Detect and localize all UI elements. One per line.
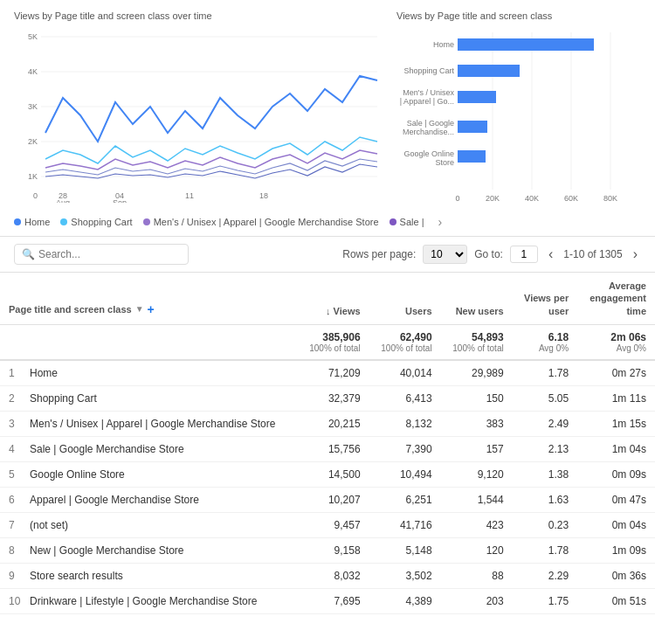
cell-views-0: 71,209 — [298, 360, 369, 386]
legend-item-home: Home — [14, 217, 50, 227]
svg-rect-29 — [458, 65, 520, 77]
table-toolbar: 🔍 Rows per page: 10 25 50 100 Go to: ‹ 1… — [0, 237, 655, 273]
svg-text:Shopping Cart: Shopping Cart — [403, 66, 454, 75]
col-header-new-users: New users — [441, 273, 513, 324]
cell-page-1: 2Shopping Cart — [0, 385, 298, 411]
cell-users-6: 41,716 — [369, 512, 441, 537]
legend-chevron-right[interactable]: › — [438, 215, 443, 229]
cell-page-7: 8New | Google Merchandise Store — [0, 537, 298, 563]
legend-dot-home — [14, 218, 21, 225]
svg-rect-32 — [458, 91, 496, 103]
bar-chart-title: Views by Page title and screen class — [396, 10, 641, 21]
svg-text:11: 11 — [185, 191, 194, 200]
chart-legend: Home Shopping Cart Men's / Unisex | Appa… — [0, 210, 655, 237]
svg-text:Sale | Google: Sale | Google — [407, 119, 454, 128]
table-row: 6Apparel | Google Merchandise Store 10,2… — [0, 487, 655, 512]
legend-dot-cart — [60, 218, 67, 225]
cell-views-4: 14,500 — [298, 461, 369, 487]
totals-vpu: 6.18 Avg 0% — [513, 324, 578, 360]
svg-rect-27 — [458, 38, 594, 51]
cell-views-6: 9,457 — [298, 512, 369, 537]
line-chart: 5K 4K 3K 2K 1K 0 28 Aug 04 Sep 11 18 — [14, 28, 383, 203]
svg-text:80K: 80K — [603, 194, 617, 203]
svg-text:Google Online: Google Online — [403, 149, 454, 158]
col-header-avg-engagement: Averageengagementtime — [577, 273, 655, 324]
cell-aet-8: 0m 36s — [577, 563, 655, 588]
table-row: 7(not set) 9,457 41,716 423 0.23 0m 04s — [0, 512, 655, 537]
legend-item-sale: Sale | — [390, 217, 424, 227]
search-input[interactable] — [38, 248, 181, 260]
cell-users-7: 5,148 — [369, 537, 441, 563]
col-header-users: Users — [369, 273, 441, 324]
cell-new-users-8: 88 — [441, 563, 513, 588]
rows-per-page-select[interactable]: 10 25 50 100 — [423, 245, 467, 264]
cell-vpu-4: 1.38 — [513, 461, 578, 487]
page-info: 1-10 of 1305 — [563, 248, 622, 260]
svg-text:0: 0 — [33, 191, 38, 200]
svg-text:Merchandise...: Merchandise... — [403, 128, 454, 136]
table-row: 1Home 71,209 40,014 29,989 1.78 0m 27s — [0, 360, 655, 386]
totals-aet: 2m 06s Avg 0% — [577, 324, 655, 360]
cell-users-5: 6,251 — [369, 487, 441, 512]
svg-rect-35 — [458, 121, 487, 133]
svg-text:40K: 40K — [525, 194, 539, 203]
svg-text:60K: 60K — [564, 194, 578, 203]
cell-new-users-0: 29,989 — [441, 360, 513, 386]
cell-page-2: 3Men's / Unisex | Apparel | Google Merch… — [0, 411, 298, 436]
cell-users-3: 7,390 — [369, 436, 441, 461]
cell-views-1: 32,379 — [298, 385, 369, 411]
svg-text:0: 0 — [455, 194, 459, 203]
cell-vpu-9: 1.75 — [513, 588, 578, 613]
cell-views-3: 15,756 — [298, 436, 369, 461]
svg-rect-38 — [458, 150, 486, 163]
goto-input[interactable] — [510, 246, 538, 263]
svg-text:Sep: Sep — [113, 198, 127, 203]
cell-vpu-6: 0.23 — [513, 512, 578, 537]
cell-new-users-7: 120 — [441, 537, 513, 563]
table-row: 8New | Google Merchandise Store 9,158 5,… — [0, 537, 655, 563]
cell-vpu-3: 2.13 — [513, 436, 578, 461]
totals-new-users: 54,893 100% of total — [441, 324, 513, 360]
line-chart-title: Views by Page title and screen class ove… — [14, 10, 383, 21]
cell-vpu-5: 1.63 — [513, 487, 578, 512]
dimension-sort-icon[interactable]: ▼ — [135, 303, 144, 315]
svg-text:3K: 3K — [28, 102, 38, 111]
cell-page-5: 6Apparel | Google Merchandise Store — [0, 487, 298, 512]
legend-label-cart: Shopping Cart — [71, 217, 132, 227]
cell-views-7: 9,158 — [298, 537, 369, 563]
cell-page-9: 10Drinkware | Lifestyle | Google Merchan… — [0, 588, 298, 613]
prev-page-button[interactable]: ‹ — [545, 246, 556, 262]
cell-aet-1: 1m 11s — [577, 385, 655, 411]
cell-users-4: 10,494 — [369, 461, 441, 487]
totals-views: 385,906 100% of total — [298, 324, 369, 360]
add-dimension-button[interactable]: + — [148, 301, 155, 317]
data-table: Page title and screen class ▼ + ↓ Views … — [0, 273, 655, 614]
cell-users-2: 8,132 — [369, 411, 441, 436]
cell-page-0: 1Home — [0, 360, 298, 386]
svg-text:Aug: Aug — [56, 198, 70, 203]
cell-views-9: 7,695 — [298, 588, 369, 613]
cell-new-users-4: 9,120 — [441, 461, 513, 487]
svg-text:1K: 1K — [28, 172, 38, 181]
bar-chart: 0 20K 40K 60K 80K Home Shopping Cart Men… — [396, 28, 641, 203]
cell-vpu-0: 1.78 — [513, 360, 578, 386]
cell-aet-5: 0m 47s — [577, 487, 655, 512]
cell-vpu-7: 1.78 — [513, 537, 578, 563]
svg-text:2K: 2K — [28, 137, 38, 146]
totals-row: 385,906 100% of total 62,490 100% of tot… — [0, 324, 655, 360]
legend-dot-mens — [143, 218, 150, 225]
svg-text:5K: 5K — [28, 32, 38, 41]
search-box[interactable]: 🔍 — [14, 244, 189, 265]
legend-label-home: Home — [24, 217, 50, 227]
totals-label — [0, 324, 298, 360]
svg-text:Home: Home — [433, 40, 454, 49]
col-header-views: ↓ Views — [298, 273, 369, 324]
cell-aet-2: 1m 15s — [577, 411, 655, 436]
cell-new-users-3: 157 — [441, 436, 513, 461]
next-page-button[interactable]: › — [630, 246, 641, 262]
svg-text:Men's / Unisex: Men's / Unisex — [403, 88, 454, 97]
cell-aet-6: 0m 04s — [577, 512, 655, 537]
cell-aet-4: 0m 09s — [577, 461, 655, 487]
svg-text:18: 18 — [259, 191, 268, 200]
svg-text:Store: Store — [435, 158, 454, 167]
